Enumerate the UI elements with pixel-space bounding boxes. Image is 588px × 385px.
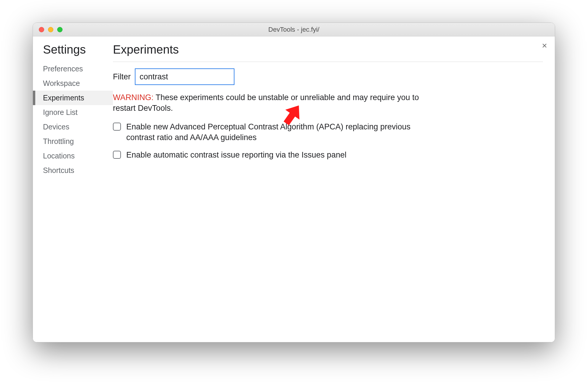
settings-sidebar: Settings Preferences Workspace Experimen… <box>33 36 113 342</box>
experiment-label: Enable new Advanced Perceptual Contrast … <box>126 121 433 143</box>
minimize-window-icon[interactable] <box>48 27 53 32</box>
close-icon[interactable]: × <box>542 41 547 50</box>
filter-row: Filter <box>113 68 543 85</box>
filter-label: Filter <box>113 72 131 81</box>
divider <box>113 62 543 62</box>
checkbox[interactable] <box>113 151 121 159</box>
close-window-icon[interactable] <box>39 27 44 32</box>
traffic-lights <box>33 27 63 32</box>
filter-input[interactable] <box>135 68 234 85</box>
page-title: Experiments <box>113 43 543 62</box>
sidebar-item-workspace[interactable]: Workspace <box>33 76 113 91</box>
sidebar-item-locations[interactable]: Locations <box>33 149 113 163</box>
checkbox[interactable] <box>113 123 121 131</box>
experiments-warning: WARNING: These experiments could be unst… <box>113 92 433 114</box>
devtools-window: DevTools - jec.fyi/ × Settings Preferenc… <box>33 23 555 342</box>
sidebar-item-label: Experiments <box>43 94 84 102</box>
sidebar-item-experiments[interactable]: Experiments <box>33 91 113 105</box>
sidebar-item-label: Devices <box>43 123 69 131</box>
experiment-label: Enable automatic contrast issue reportin… <box>126 150 346 160</box>
window-title: DevTools - jec.fyi/ <box>33 26 555 33</box>
warning-text: These experiments could be unstable or u… <box>113 93 419 113</box>
sidebar-item-devices[interactable]: Devices <box>33 120 113 134</box>
zoom-window-icon[interactable] <box>57 27 63 32</box>
sidebar-item-label: Preferences <box>43 65 83 73</box>
settings-main: Experiments Filter WARNING: These experi… <box>113 36 555 342</box>
titlebar[interactable]: DevTools - jec.fyi/ <box>33 23 555 36</box>
sidebar-item-shortcuts[interactable]: Shortcuts <box>33 163 113 178</box>
sidebar-item-label: Workspace <box>43 79 80 87</box>
sidebar-item-label: Throttling <box>43 137 74 145</box>
sidebar-item-throttling[interactable]: Throttling <box>33 134 113 149</box>
sidebar-item-ignore-list[interactable]: Ignore List <box>33 105 113 120</box>
sidebar-item-label: Ignore List <box>43 108 78 116</box>
warning-prefix: WARNING: <box>113 93 154 102</box>
sidebar-item-preferences[interactable]: Preferences <box>33 62 113 76</box>
sidebar-item-label: Locations <box>43 152 75 160</box>
experiment-option: Enable automatic contrast issue reportin… <box>113 150 433 160</box>
sidebar-heading: Settings <box>33 43 113 62</box>
sidebar-item-label: Shortcuts <box>43 166 74 174</box>
experiment-option: Enable new Advanced Perceptual Contrast … <box>113 121 433 143</box>
